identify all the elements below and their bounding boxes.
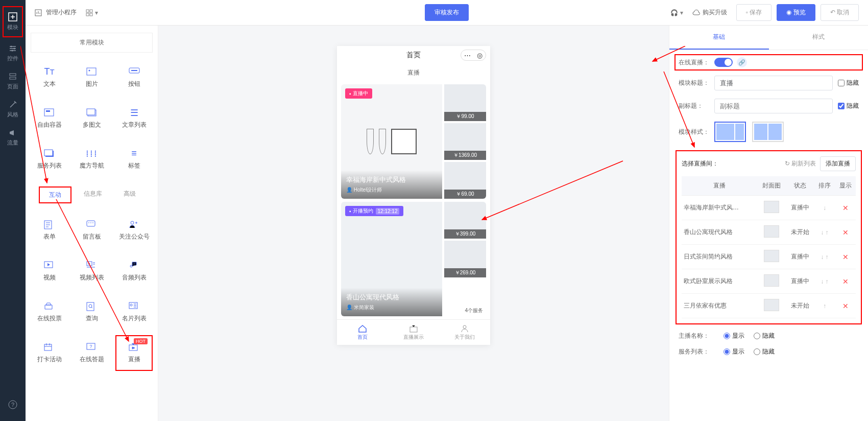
side-item[interactable]: ￥99.00 (444, 84, 486, 121)
cell-delete[interactable]: ✕ (835, 196, 856, 220)
live-card-2[interactable]: ▪开播预约 12:12:12 香山公寓现代风格👤 米简家装 ￥399.00 ￥2… (341, 202, 486, 316)
online-toggle[interactable] (714, 58, 733, 67)
mod-comment[interactable]: 留言板 (73, 213, 110, 248)
lines-icon: ≡ (129, 149, 140, 158)
module-title-input[interactable] (714, 76, 833, 90)
rail-style[interactable]: 风格 (3, 96, 23, 124)
side-item[interactable]: ￥269.00 (444, 241, 486, 277)
side-item[interactable]: ￥1369.00 (444, 123, 486, 160)
mod-tags[interactable]: ≡标签 (115, 142, 153, 177)
rail-label: 流量 (7, 139, 18, 147)
side-item[interactable]: ￥69.00 (444, 162, 486, 199)
cancel-button[interactable]: ↶ 取消 (821, 4, 859, 21)
table-row: 香山公寓现代风格 未开始 ↓ ↑ ✕ (682, 220, 856, 245)
mod-quiz[interactable]: ?在线答题 (73, 335, 110, 371)
tab-style[interactable]: 样式 (769, 26, 869, 50)
upgrade-link[interactable]: 购买升级 (692, 8, 727, 17)
mod-vote[interactable]: 在线投票 (31, 294, 68, 330)
rail-modules[interactable]: 模块 (3, 6, 23, 37)
radio-show[interactable]: 显示 (724, 332, 744, 340)
radio-hide[interactable]: 隐藏 (754, 332, 775, 340)
svg-point-2 (14, 48, 15, 50)
mod-multipic[interactable]: 多图文 (73, 101, 110, 136)
chat-icon (86, 220, 98, 229)
style-option-1[interactable] (714, 122, 746, 142)
audio-icon (129, 261, 140, 270)
style-option-2[interactable] (752, 122, 784, 142)
tab-info[interactable]: 信息库 (75, 186, 111, 203)
cell-order[interactable]: ↓ ↑ (814, 245, 835, 269)
mod-audiolist[interactable]: 音频列表 (115, 253, 153, 289)
support-dropdown[interactable]: 🎧 ▾ (670, 9, 683, 16)
mod-namecard[interactable]: 名片列表 (115, 294, 153, 330)
table-row: 日式茶间简约风格 直播中 ↓ ↑ ✕ (682, 245, 856, 269)
hide-checkbox[interactable]: 隐藏 (838, 79, 859, 87)
svg-rect-37 (410, 327, 417, 332)
rail-traffic[interactable]: 流量 (3, 124, 23, 152)
mod-follow[interactable]: 关注公众号 (115, 213, 153, 248)
subtitle-input[interactable] (714, 99, 833, 113)
list-icon: ☰ (129, 108, 140, 118)
cell-order[interactable]: ↓ (814, 196, 835, 220)
radio-show[interactable]: 显示 (724, 347, 744, 356)
button-icon (129, 67, 140, 77)
mod-image[interactable]: 图片 (73, 60, 110, 96)
help-button[interactable]: ? (8, 400, 17, 421)
add-live-button[interactable]: 添加直播 (820, 156, 856, 171)
mod-nav[interactable]: ⁞⁞⁞魔方导航 (73, 142, 110, 177)
mod-form[interactable]: 表单 (31, 213, 68, 248)
cards-icon (44, 149, 55, 158)
cell-delete[interactable]: ✕ (835, 220, 856, 245)
apps-dropdown[interactable]: ▾ (86, 9, 98, 16)
rail-pages[interactable]: 页面 (3, 67, 23, 96)
tab-interact[interactable]: 互动 (39, 186, 71, 203)
publish-button[interactable]: 审核发布 (425, 4, 469, 21)
cell-delete[interactable]: ✕ (835, 245, 856, 269)
card-author: 👤 Holtel设计师 (346, 186, 437, 194)
cell-order[interactable]: ↑ (814, 294, 835, 318)
refresh-list[interactable]: ↻ 刷新列表 (785, 159, 816, 168)
mod-checkin[interactable]: 打卡活动 (31, 335, 68, 371)
mod-text[interactable]: TT文本 (31, 60, 68, 96)
rail-controls[interactable]: 控件 (3, 39, 23, 67)
svg-point-38 (463, 325, 466, 329)
play-icon (44, 261, 55, 270)
side-item[interactable]: ￥399.00 (444, 202, 486, 239)
tab-live[interactable]: 直播展示 (388, 320, 439, 345)
tab-about[interactable]: 关于我们 (439, 320, 490, 345)
th-show: 显示 (835, 176, 856, 196)
cell-name: 欧式卧室展示风格 (682, 269, 757, 294)
svg-point-3 (12, 50, 13, 52)
mod-service[interactable]: 服务列表 (31, 142, 68, 177)
mod-article[interactable]: ☰文章列表 (115, 101, 153, 136)
th-cover: 封面图 (757, 176, 786, 196)
mod-live[interactable]: HOT直播 (115, 335, 153, 371)
mod-query[interactable]: 查询 (73, 294, 110, 330)
preview-button[interactable]: ◉ 预览 (777, 4, 815, 21)
radio-hide[interactable]: 隐藏 (754, 347, 775, 356)
tab-advanced[interactable]: 高级 (114, 186, 145, 203)
mod-videolist[interactable]: 视频列表 (73, 253, 110, 289)
tab-home[interactable]: 首页 (337, 320, 388, 345)
mod-container[interactable]: 自由容器 (31, 101, 68, 136)
field-label: 副标题： (679, 102, 714, 110)
cell-order[interactable]: ↓ ↑ (814, 220, 835, 245)
side-item[interactable]: 4个服务 (444, 279, 486, 316)
cell-order[interactable]: ↓ ↑ (814, 269, 835, 294)
cell-status: 未开始 (786, 294, 814, 318)
right-panel: 基础 样式 在线直播： 🔗 模块标题： 隐藏 副标题： 隐藏 模块样式： (669, 26, 868, 421)
cell-status: 直播中 (786, 196, 814, 220)
manage-link[interactable]: 管理小程序 (35, 8, 77, 17)
capsule[interactable]: ⋯◎ (461, 50, 486, 61)
cell-delete[interactable]: ✕ (835, 269, 856, 294)
link-icon[interactable]: 🔗 (737, 57, 747, 67)
hide-checkbox[interactable]: 隐藏 (838, 102, 859, 110)
live-card-1[interactable]: ▪直播中 幸福海岸新中式风格👤 Holtel设计师 ￥99.00 ￥1369.0… (341, 84, 486, 199)
svg-rect-22 (44, 150, 53, 156)
tab-basic[interactable]: 基础 (669, 26, 769, 50)
phone-header: 首页 ⋯◎ (337, 46, 490, 64)
cell-delete[interactable]: ✕ (835, 294, 856, 318)
mod-video[interactable]: 视频 (31, 253, 68, 289)
mod-button[interactable]: 按钮 (115, 60, 153, 96)
save-button[interactable]: ▫ 保存 (736, 4, 772, 21)
